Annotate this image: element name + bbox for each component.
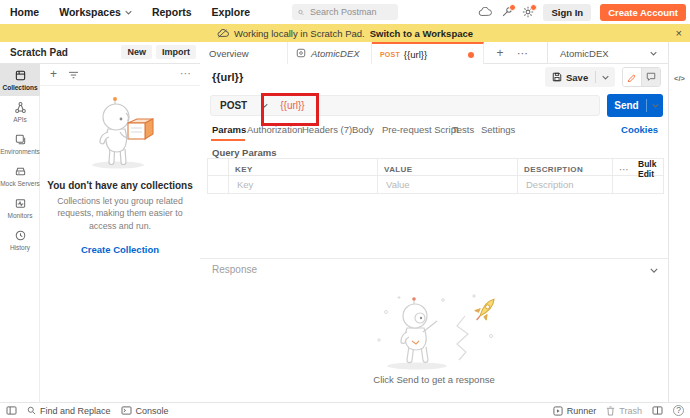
console-button[interactable]: Console — [121, 406, 169, 416]
tab-settings[interactable]: Settings — [481, 124, 515, 135]
console-label: Console — [136, 406, 169, 416]
left-rail: Collections APIs Environments Mock Serve… — [0, 64, 40, 402]
tab-request-active[interactable]: POST {{url}} — [372, 42, 484, 64]
nav-reports[interactable]: Reports — [152, 6, 192, 18]
sidebar-item-collections[interactable]: Collections — [0, 64, 40, 96]
comment-icon[interactable] — [641, 68, 660, 86]
runner-icon — [553, 406, 563, 416]
send-button[interactable]: Send — [607, 94, 663, 117]
top-navbar: Home Workspaces Reports Explore — [0, 0, 690, 24]
monitors-icon — [14, 197, 27, 210]
add-collection-icon[interactable]: + — [50, 67, 57, 81]
request-tabbar: Overview AtomicDEX POST {{url}} + ⋯ Atom… — [200, 42, 690, 64]
environment-selector[interactable]: AtomicDEX — [547, 42, 666, 64]
sidebar-item-environments[interactable]: Environments — [0, 128, 40, 160]
response-section-label: Response — [212, 264, 257, 275]
tab-label: AtomicDEX — [311, 48, 360, 59]
postman-app: Home Workspaces Reports Explore — [0, 0, 690, 418]
runner-label: Runner — [567, 406, 597, 416]
rail-label: Collections — [2, 84, 37, 91]
astronaut-box-illustration — [60, 92, 180, 172]
tab-body[interactable]: Body — [352, 124, 374, 135]
sidebar-item-mock-servers[interactable]: Mock Servers — [0, 160, 40, 192]
response-empty-text: Click Send to get a response — [200, 374, 668, 385]
code-snippet-icon[interactable]: </> — [669, 70, 690, 86]
settings-gear-icon[interactable] — [522, 6, 534, 18]
runner-button[interactable]: Runner — [553, 406, 597, 416]
send-options-chevron-icon[interactable] — [647, 103, 663, 108]
import-button[interactable]: Import — [156, 45, 196, 59]
save-button[interactable]: Save — [545, 67, 615, 87]
trash-icon — [606, 406, 615, 416]
url-input[interactable]: {{url}} — [280, 100, 304, 111]
two-pane-layout-icon[interactable] — [652, 406, 663, 415]
find-and-replace-button[interactable]: Find and Replace — [27, 406, 111, 416]
search-input[interactable] — [308, 6, 392, 18]
more-actions-icon[interactable]: ⋯ — [180, 67, 192, 80]
cookies-link[interactable]: Cookies — [621, 124, 658, 135]
send-label: Send — [607, 100, 646, 111]
apis-icon — [14, 101, 27, 114]
help-icon[interactable]: ? — [673, 405, 684, 416]
offline-cloud-icon[interactable] — [478, 7, 492, 17]
method-chevron-icon[interactable] — [261, 103, 268, 108]
sign-in-button[interactable]: Sign In — [543, 4, 591, 21]
request-config-tabs: Params Authorization Headers (7) Body Pr… — [200, 118, 668, 142]
sidebar-item-apis[interactable]: APIs — [0, 96, 40, 128]
tab-params[interactable]: Params — [212, 124, 246, 135]
trash-label: Trash — [619, 406, 642, 416]
response-collapse-icon[interactable] — [650, 268, 658, 273]
banner-close-icon[interactable]: × — [676, 24, 682, 42]
rocket-launch-illustration — [339, 284, 529, 372]
tab-label: {{url}} — [404, 49, 427, 60]
create-account-button[interactable]: Create Account — [600, 4, 686, 21]
table-more-icon[interactable]: ⋯ — [619, 164, 630, 175]
response-divider[interactable] — [200, 258, 668, 259]
rail-label: APIs — [13, 116, 27, 123]
nav-explore[interactable]: Explore — [212, 6, 251, 18]
description-input[interactable] — [524, 178, 612, 191]
offline-cloud-icon — [217, 29, 229, 38]
nav-workspaces[interactable]: Workspaces — [59, 6, 132, 18]
tab-headers[interactable]: Headers (7) — [302, 124, 352, 135]
filter-icon[interactable] — [68, 71, 79, 80]
key-input[interactable] — [235, 178, 374, 191]
new-button[interactable]: New — [121, 45, 152, 59]
global-search[interactable] — [292, 4, 398, 20]
trash-button[interactable]: Trash — [606, 406, 642, 416]
tab-options-icon[interactable]: ⋯ — [512, 42, 534, 64]
rail-label: Environments — [0, 148, 40, 155]
sidebar-item-monitors[interactable]: Monitors — [0, 192, 40, 224]
history-clock-icon — [14, 229, 27, 242]
value-input[interactable] — [384, 178, 514, 191]
status-bar: Find and Replace Console Runner Trash ? — [0, 402, 690, 418]
tab-authorization[interactable]: Authorization — [247, 124, 302, 135]
method-selector[interactable]: POST — [211, 100, 261, 111]
sidebar-toggle-icon[interactable] — [6, 406, 17, 415]
query-params-table: KEY VALUE DESCRIPTION ⋯ Bulk Edit — [207, 158, 664, 194]
tab-collection-atomicdex[interactable]: AtomicDEX — [288, 42, 372, 64]
table-row — [208, 176, 663, 193]
capture-requests-icon[interactable] — [501, 6, 513, 18]
collections-empty-state: You don't have any collections Collectio… — [40, 92, 200, 255]
sidebar-item-history[interactable]: History — [0, 224, 40, 256]
tab-method-badge: POST — [380, 51, 400, 58]
nav-home[interactable]: Home — [10, 6, 39, 18]
environments-icon — [14, 133, 27, 146]
tab-overview[interactable]: Overview — [200, 42, 288, 64]
right-sidebar-strip — [668, 42, 690, 402]
save-options-chevron-icon[interactable] — [596, 75, 615, 80]
tab-pre-request-script[interactable]: Pre-request Script — [382, 124, 459, 135]
response-empty-state: Click Send to get a response — [200, 284, 668, 385]
edit-pencil-icon[interactable] — [623, 68, 641, 86]
notification-dot — [530, 4, 537, 11]
rail-label: History — [10, 244, 30, 251]
tab-label: Overview — [209, 48, 249, 59]
new-tab-icon[interactable]: + — [490, 42, 510, 64]
rail-label: Mock Servers — [0, 180, 40, 187]
empty-state-title: You don't have any collections — [40, 180, 200, 191]
switch-workspace-link[interactable]: Switch to a Workspace — [370, 28, 473, 39]
create-collection-link[interactable]: Create Collection — [40, 244, 200, 255]
environment-icon — [296, 48, 306, 58]
tab-tests[interactable]: Tests — [452, 124, 474, 135]
